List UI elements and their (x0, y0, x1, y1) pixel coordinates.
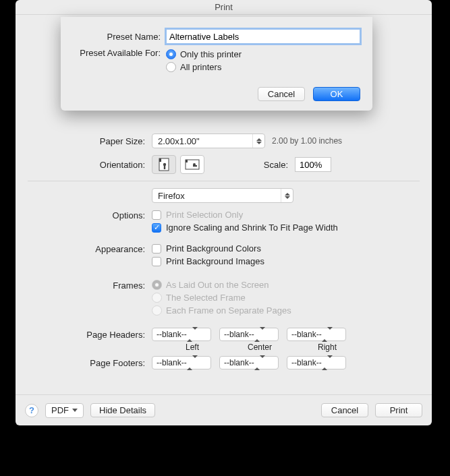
updown-arrows-icon (187, 330, 197, 339)
col-center-label: Center (226, 343, 293, 352)
radio-all-label: All printers (180, 62, 221, 72)
svg-point-2 (163, 163, 166, 166)
frames-aslaid-radio (152, 280, 162, 290)
updown-arrows-icon (252, 134, 264, 148)
dialog-footer: ? PDF Hide Details Cancel Print (16, 394, 432, 425)
radio-all-printers[interactable] (166, 62, 176, 72)
header-left-select[interactable]: --blank-- (152, 328, 211, 341)
hide-details-button[interactable]: Hide Details (90, 403, 155, 417)
print-options-body: Paper Size: 2.00x1.00" 2.00 by 1.00 inch… (16, 128, 432, 394)
preset-available-label: Preset Available For: (73, 48, 166, 58)
app-section-value: Firefox (158, 191, 185, 201)
radio-only-label: Only this printer (180, 49, 242, 59)
frames-selected-label: The Selected Frame (166, 293, 246, 303)
col-right-label: Right (293, 343, 361, 352)
bg-colors-checkbox[interactable] (152, 244, 161, 254)
options-label: Options: (28, 210, 152, 220)
updown-arrows-icon (281, 189, 293, 202)
bg-images-label: Print Background Images (166, 256, 264, 266)
bg-colors-label: Print Background Colors (166, 243, 261, 254)
paper-size-label: Paper Size: (28, 136, 152, 146)
header-right-select[interactable]: --blank-- (287, 328, 346, 341)
frames-each-label: Each Frame on Separate Pages (166, 305, 291, 316)
print-selection-label: Print Selection Only (166, 210, 243, 220)
footers-label: Page Footers: (28, 358, 152, 368)
pdf-menu-button[interactable]: PDF (45, 403, 84, 418)
radio-only-this-printer[interactable] (166, 49, 176, 59)
print-dialog: Print Preset Name: Preset Available For:… (16, 0, 432, 425)
paper-size-select[interactable]: 2.00x1.00" (152, 133, 265, 148)
scale-input[interactable] (295, 157, 331, 172)
sheet-cancel-button[interactable]: Cancel (258, 87, 305, 101)
updown-arrows-icon (254, 358, 264, 367)
bg-images-checkbox[interactable] (152, 257, 161, 266)
ignore-scaling-label: Ignore Scaling and Shrink To Fit Page Wi… (166, 222, 338, 233)
app-section-select[interactable]: Firefox (152, 188, 293, 203)
updown-arrows-icon (187, 358, 197, 367)
preset-name-input[interactable] (166, 29, 360, 44)
help-button[interactable]: ? (25, 404, 38, 417)
frames-selected-radio (152, 293, 162, 303)
updown-arrows-icon (322, 330, 332, 339)
window-title: Print (16, 0, 432, 15)
svg-marker-1 (159, 158, 161, 162)
orientation-landscape-button[interactable] (180, 155, 204, 174)
col-left-label: Left (159, 343, 226, 352)
headers-label: Page Headers: (28, 330, 152, 340)
updown-arrows-icon (254, 330, 264, 339)
portrait-icon (158, 158, 170, 171)
preset-name-label: Preset Name: (73, 32, 166, 42)
svg-marker-5 (186, 160, 188, 162)
landscape-icon (185, 158, 200, 171)
svg-rect-3 (164, 166, 165, 169)
scale-label: Scale: (261, 160, 295, 170)
orientation-portrait-button[interactable] (152, 155, 176, 174)
paper-size-hint: 2.00 by 1.00 inches (272, 136, 342, 146)
footer-right-select[interactable]: --blank-- (287, 356, 346, 369)
appearance-label: Appearance: (28, 243, 152, 254)
cancel-button[interactable]: Cancel (321, 403, 368, 417)
orientation-label: Orientation: (28, 160, 152, 170)
frames-aslaid-label: As Laid Out on the Screen (166, 280, 269, 290)
footer-center-select[interactable]: --blank-- (219, 356, 279, 369)
frames-each-radio (152, 305, 162, 316)
print-selection-checkbox[interactable] (152, 210, 161, 220)
updown-arrows-icon (322, 358, 332, 367)
sheet-ok-button[interactable]: OK (313, 87, 360, 101)
footer-left-select[interactable]: --blank-- (152, 356, 211, 369)
ignore-scaling-checkbox[interactable] (152, 223, 161, 233)
frames-label: Frames: (28, 280, 152, 291)
svg-rect-7 (193, 165, 197, 167)
print-button[interactable]: Print (375, 403, 422, 417)
divider (28, 181, 420, 181)
paper-size-value: 2.00x1.00" (158, 136, 200, 146)
header-center-select[interactable]: --blank-- (219, 328, 279, 341)
save-preset-sheet: Preset Name: Preset Available For: Only … (61, 17, 372, 111)
